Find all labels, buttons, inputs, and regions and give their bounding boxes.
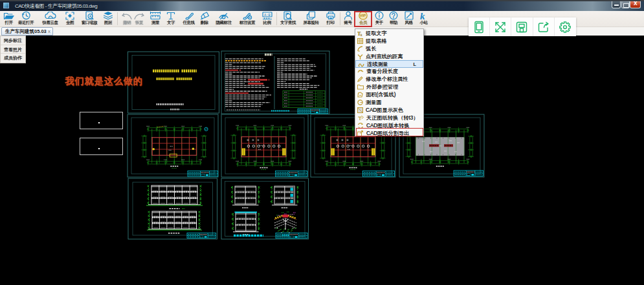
svg-text:k: k bbox=[420, 11, 425, 20]
svg-text:k: k bbox=[361, 33, 362, 36]
svg-text:A:B: A:B bbox=[264, 12, 271, 17]
